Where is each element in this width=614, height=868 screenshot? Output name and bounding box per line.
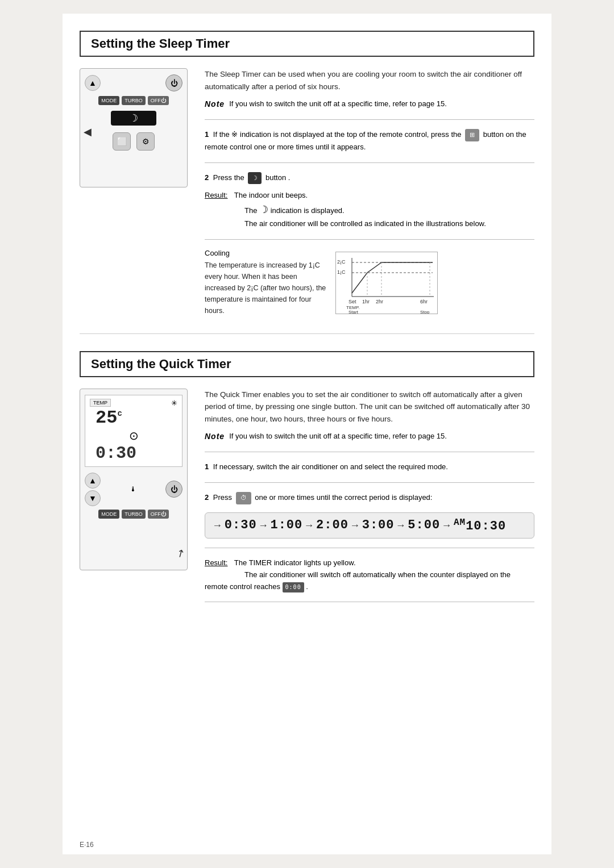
sleep-note-text: If you wish to switch the unit off at a …: [229, 98, 447, 110]
quick-note-label: Note: [205, 431, 225, 443]
timer-100: 1:00: [270, 518, 302, 532]
divider-1: [205, 119, 534, 120]
quick-step1-text: If necessary, switch the air conditioner…: [213, 462, 448, 471]
snowflake-icon: ✳: [171, 399, 177, 407]
turbo-btn[interactable]: TURBO: [122, 96, 146, 105]
mode-btn-quick[interactable]: MODE: [98, 510, 119, 519]
sleep-remote-image: ▲ ⏻ MODE TURBO OFF⏻ ☽ ◀ ⬜ ⚙: [80, 68, 188, 187]
dial-icon: ⊙: [90, 429, 177, 443]
cooling-section: Cooling The temperature is increased by …: [205, 249, 330, 316]
square-btn-2[interactable]: ⚙: [136, 132, 155, 151]
quick-timer-header: Setting the Quick Timer: [80, 351, 534, 377]
remote-btn-inline: ⊞: [465, 129, 479, 141]
mode-row: MODE TURBO OFF⏻: [98, 96, 169, 105]
sleep-button[interactable]: ☽: [111, 111, 156, 126]
cooling-text: The temperature is increased by 1¡C ever…: [205, 260, 330, 316]
timer-sequence: → 0:30 → 1:00 → 2:00 → 3:00 → 5:00 → AM1…: [205, 512, 534, 539]
sleep-timer-header: Setting the Sleep Timer: [80, 31, 534, 57]
svg-text:6hr: 6hr: [420, 299, 428, 304]
celsius-unit: c: [117, 409, 122, 418]
svg-text:1¡C: 1¡C: [337, 269, 346, 275]
timer-value-display: 0:30: [96, 444, 177, 463]
sleep-timer-title: Setting the Sleep Timer: [91, 36, 523, 51]
moon-icon: ☽: [129, 112, 138, 124]
arrow-1: →: [260, 520, 267, 531]
quick-step2: 2 Press ⏱ one or more times until the co…: [205, 492, 534, 504]
step1-num: 1: [205, 130, 209, 139]
svg-text:Stop: Stop: [420, 310, 430, 314]
quick-mode-row: MODE TURBO OFF⏻: [98, 510, 169, 519]
quick-result: Result: The TIMER indicator lights up ye…: [205, 557, 534, 592]
mode-btn[interactable]: MODE: [98, 96, 119, 105]
power-btn-quick[interactable]: ⏻: [165, 481, 182, 498]
off-btn-quick[interactable]: OFF⏻: [148, 510, 169, 519]
timer-300: 3:00: [362, 518, 395, 532]
sleep-result-text3: The air conditioner will be controlled a…: [244, 219, 486, 228]
quick-step1-num: 1: [205, 462, 209, 471]
step2-text: Press the ☽ button .: [213, 173, 291, 182]
moon-result-icon: ☽: [259, 204, 268, 215]
sleep-step1: 1 If the ※ indication is not displayed a…: [205, 129, 534, 153]
temp-number: 25: [96, 407, 117, 428]
quick-divider-2: [205, 482, 534, 483]
arrow-3: →: [352, 520, 359, 531]
divider-2: [205, 162, 534, 163]
quick-timer-left: TEMP ✳ 25c ⊙ 0:30 ▲ ▼ 🌡 ⏻: [80, 389, 193, 612]
quick-divider-4: [205, 602, 534, 602]
arrow-0: →: [214, 520, 221, 531]
turbo-btn-quick[interactable]: TURBO: [122, 510, 146, 519]
quick-timer-right: The Quick Timer enables you to set the a…: [205, 389, 534, 612]
svg-text:2hr: 2hr: [376, 299, 383, 304]
graph-container: Cooling The temperature is increased by …: [205, 249, 534, 316]
sleep-result-label: Result:: [205, 191, 227, 199]
quick-result-text2: The air conditioner will switch off auto…: [205, 570, 511, 591]
cooling-label: Cooling: [205, 249, 330, 257]
quick-step2-text: Press ⏱ one or more times until the corr…: [213, 493, 433, 502]
timer-500: 5:00: [408, 518, 440, 532]
sleep-intro-text: The Sleep Timer can be used when you are…: [205, 68, 534, 93]
power-btn[interactable]: ⏻: [165, 74, 182, 91]
down-arrow-quick[interactable]: ▼: [85, 490, 101, 506]
quick-timer-title: Setting the Quick Timer: [91, 357, 523, 372]
step2-num: 2: [205, 173, 209, 182]
quick-note-text: If you wish to switch the unit off at a …: [229, 431, 447, 443]
arrow-2: →: [306, 520, 313, 531]
square-btn-1[interactable]: ⬜: [113, 132, 131, 151]
bottom-btn-row: ⬜ ⚙: [113, 132, 155, 151]
thermometer-icon: 🌡: [130, 485, 136, 493]
temp-graph-area: 2¡C 1¡C Set TEMP. 1hr: [335, 252, 438, 316]
quick-result-text1: The TIMER indicator lights up yellow.: [234, 558, 356, 567]
quick-display: TEMP ✳ 25c ⊙ 0:30: [85, 395, 182, 467]
svg-text:Start: Start: [349, 310, 359, 314]
quick-timer-content: TEMP ✳ 25c ⊙ 0:30 ▲ ▼ 🌡 ⏻: [80, 377, 534, 629]
temp-value-display: 25c: [96, 408, 177, 428]
zero-display: 0:00: [283, 582, 304, 592]
svg-text:Set: Set: [349, 299, 356, 304]
sleep-timer-right: The Sleep Timer can be used when you are…: [205, 68, 534, 316]
temp-graph-svg: 2¡C 1¡C Set TEMP. 1hr: [335, 252, 438, 314]
am-superscript: AM: [454, 518, 466, 528]
sleep-note-label: Note: [205, 98, 225, 110]
page-number: E·16: [80, 841, 94, 849]
arrow-indicator: ◀: [84, 126, 92, 138]
quick-note-row: Note If you wish to switch the unit off …: [205, 431, 534, 443]
step1-text: If the ※ indication is not displayed at …: [205, 130, 526, 151]
arrow-4: →: [398, 520, 405, 531]
page: Setting the Sleep Timer ▲ ⏻ MODE TURBO O…: [63, 14, 551, 854]
quick-divider-1: [205, 452, 534, 452]
up-arrow-quick[interactable]: ▲: [85, 473, 101, 489]
sleep-note-row: Note If you wish to switch the unit off …: [205, 98, 534, 110]
sleep-result-text1: The indoor unit beeps.: [234, 191, 308, 199]
svg-text:1hr: 1hr: [362, 299, 370, 304]
divider-3: [205, 239, 534, 240]
quick-result-label: Result:: [205, 558, 227, 567]
arrow-5: →: [443, 520, 450, 531]
off-btn[interactable]: OFF⏻: [148, 96, 169, 105]
sleep-result: Result: The indoor unit beeps. The ☽ ind…: [205, 190, 534, 229]
quick-remote-image: TEMP ✳ 25c ⊙ 0:30 ▲ ▼ 🌡 ⏻: [80, 389, 188, 570]
quick-step2-num: 2: [205, 493, 209, 502]
up-arrow-btn[interactable]: ▲: [85, 75, 101, 91]
sleep-timer-content: ▲ ⏻ MODE TURBO OFF⏻ ☽ ◀ ⬜ ⚙: [80, 57, 534, 333]
quick-intro-text: The Quick Timer enables you to set the a…: [205, 389, 534, 425]
timer-btn-inline: ⏱: [236, 492, 251, 504]
